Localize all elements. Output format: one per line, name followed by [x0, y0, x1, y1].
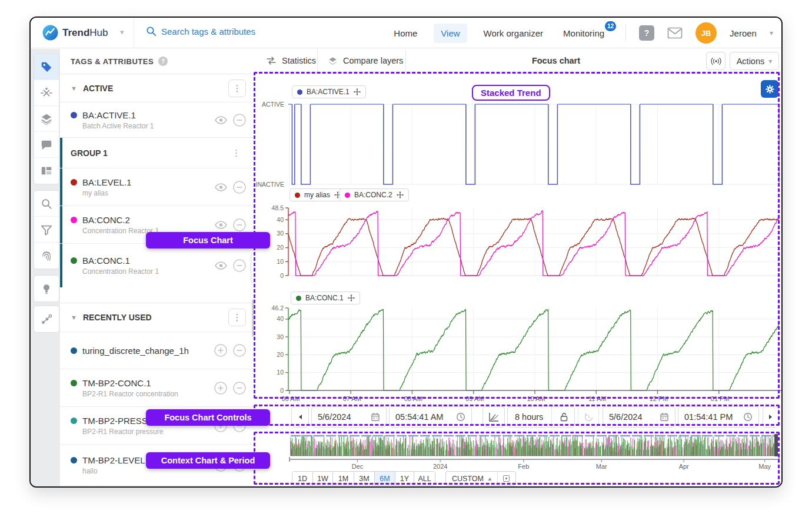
mail-icon[interactable] [667, 27, 683, 39]
visibility-eye-icon[interactable] [215, 221, 227, 229]
rail-dashboards-button[interactable] [34, 158, 59, 184]
collapse-caret-icon[interactable]: ▼ [71, 85, 77, 92]
svg-text:07 AM: 07 AM [343, 395, 361, 401]
svg-text:Mar: Mar [596, 463, 607, 470]
tag-description: hallo [71, 467, 152, 475]
tag-row-turing[interactable]: turing_discrete_change_1h [60, 332, 254, 369]
tag-description: my alias [71, 189, 131, 197]
period-1d-button[interactable]: 1D [292, 472, 312, 485]
user-menu-caret[interactable]: ▾ [770, 29, 773, 37]
group-1-menu-button[interactable]: ⋮ [227, 148, 246, 158]
nav-home[interactable]: Home [390, 24, 421, 43]
section-recent-menu-button[interactable]: ⋮ [228, 309, 246, 326]
legend-color-dot [295, 193, 300, 198]
user-avatar[interactable]: JB [695, 22, 717, 44]
svg-text:30: 30 [277, 333, 284, 340]
shift-forward-button[interactable] [763, 406, 779, 428]
rail-fingerprint-button[interactable] [34, 243, 59, 269]
calculation-icon [40, 87, 53, 100]
remove-circle-icon[interactable] [233, 344, 246, 357]
tag-row-ba-level-1[interactable]: BA:LEVEL.1 my alias [60, 168, 254, 206]
tag-row-ba-conc-1[interactable]: BA:CONC.1 Concentration Reactor 1 [60, 243, 254, 287]
legend-chip-ba-conc-2[interactable]: BA:CONC.2 [340, 188, 409, 201]
panel-help-icon[interactable]: ? [158, 57, 168, 66]
stacked-trend-plot[interactable]: ACTIVEINACTIVE48.540302010046.2403020100… [255, 72, 783, 401]
period-1m-button[interactable]: 1M [332, 472, 354, 485]
move-icon[interactable] [397, 191, 404, 198]
custom-period-button[interactable]: CUSTOM [446, 475, 487, 483]
lock-duration-button[interactable] [560, 412, 574, 422]
rail-comments-button[interactable] [34, 132, 59, 158]
section-active-menu-button[interactable]: ⋮ [228, 80, 246, 97]
start-time-field[interactable]: 05:54:41 AM [389, 406, 472, 428]
rail-search-button[interactable] [34, 191, 59, 217]
remove-circle-icon[interactable] [233, 181, 246, 194]
visibility-eye-icon[interactable] [215, 261, 227, 270]
start-date-field[interactable]: 5/6/2024 [311, 406, 387, 428]
visibility-eye-icon[interactable] [215, 183, 227, 191]
legend-chip-ba-conc-1[interactable]: BA:CONC.1 [291, 292, 360, 304]
duration-field[interactable]: 8 hours [507, 406, 575, 428]
tag-description: BP2-R1 Reactor pressure [71, 428, 163, 436]
nav-monitoring[interactable]: Monitoring 12 [560, 24, 608, 43]
rail-layers-button[interactable] [34, 106, 59, 132]
shift-back-button[interactable] [291, 406, 309, 428]
tab-statistics[interactable]: Statistics [266, 49, 316, 72]
nav-view[interactable]: View [434, 24, 467, 43]
period-1y-button[interactable]: 1Y [395, 472, 414, 485]
legend-chip-ba-active-1[interactable]: BA:ACTIVE.1 [292, 85, 366, 98]
tag-row-ba-active-1[interactable]: BA:ACTIVE.1 Batch Active Reactor 1 [60, 102, 254, 137]
section-recent-header[interactable]: ▼ RECENTLY USED ⋮ [60, 303, 254, 332]
end-time-field[interactable]: 01:54:41 PM [678, 406, 759, 428]
rail-connections-button[interactable] [34, 306, 59, 332]
nav-work-organizer[interactable]: Work organizer [480, 24, 547, 43]
group-1-title: GROUP 1 [71, 148, 108, 158]
custom-range-button[interactable] [498, 472, 515, 485]
move-icon[interactable] [354, 88, 361, 95]
tags-panel-title: TAGS & ATTRIBUTES [71, 57, 154, 66]
search-input[interactable]: Search tags & attributes [161, 26, 255, 37]
collapse-caret-icon[interactable]: ▼ [71, 314, 77, 321]
visibility-eye-icon[interactable] [215, 116, 227, 124]
period-3m-button[interactable]: 3M [354, 472, 374, 485]
actions-button[interactable]: Actions ▾ [730, 52, 779, 70]
period-all-button[interactable]: ALL [414, 472, 435, 485]
rail-tags-button[interactable] [34, 54, 59, 80]
svg-text:0: 0 [280, 387, 284, 394]
broadcast-button[interactable] [706, 52, 726, 70]
end-date-field[interactable]: 5/6/2024 [603, 406, 675, 428]
annotation-focus-chart: Focus Chart [146, 232, 270, 249]
rail-recommendations-button[interactable] [34, 276, 59, 302]
add-circle-icon[interactable] [214, 382, 227, 395]
tag-row-tm-bp2-conc-1[interactable]: TM-BP2-CONC.1 BP2-R1 Reactor concentrati… [60, 369, 254, 406]
panel-scrollbar[interactable] [252, 299, 254, 337]
rail-filter-button[interactable] [34, 217, 59, 243]
legend-chip-my-alias[interactable]: my alias [289, 188, 347, 201]
period-6m-button[interactable]: 6M [374, 472, 395, 485]
global-search[interactable]: Search tags & attributes [146, 26, 255, 37]
group-1-header[interactable]: GROUP 1 ⋮ [60, 137, 254, 168]
compare-layers-icon [328, 56, 338, 66]
move-icon[interactable] [348, 294, 355, 302]
remove-circle-icon[interactable] [233, 218, 246, 231]
chart-toolbar: Statistics Compare layers Focus chart Ac… [254, 49, 783, 72]
logo-dropdown-caret[interactable]: ▾ [120, 28, 124, 37]
context-overview-plot[interactable]: Dec2024FebMarAprMay [255, 432, 783, 471]
focus-chart-area[interactable]: ACTIVEINACTIVE48.540302010046.2403020100… [255, 72, 783, 401]
history-button[interactable] [578, 406, 599, 428]
remove-circle-icon[interactable] [233, 382, 246, 395]
user-name: Jeroen [730, 28, 757, 38]
svg-text:Dec: Dec [352, 463, 364, 470]
tag-color-dot [71, 112, 77, 118]
compare-scales-button[interactable] [482, 406, 505, 428]
section-active-header[interactable]: ▼ ACTIVE ⋮ [60, 74, 254, 102]
tab-compare-layers[interactable]: Compare layers [328, 49, 403, 72]
chart-settings-button[interactable] [761, 80, 778, 98]
broadcast-icon [711, 57, 721, 66]
period-1w-button[interactable]: 1W [312, 472, 332, 485]
help-icon[interactable]: ? [639, 25, 654, 41]
remove-circle-icon[interactable] [233, 259, 246, 272]
rail-calculations-button[interactable] [34, 80, 59, 106]
remove-circle-icon[interactable] [233, 114, 246, 127]
add-circle-icon[interactable] [214, 344, 227, 357]
